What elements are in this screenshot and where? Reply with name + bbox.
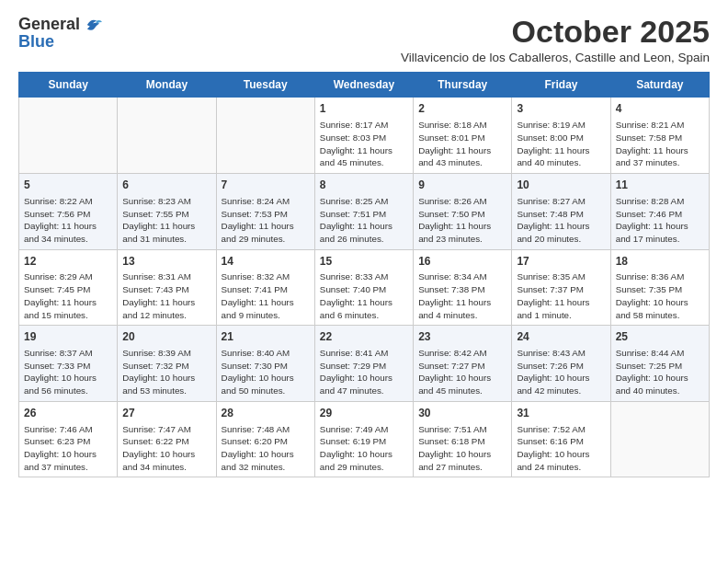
day-info: Sunrise: 8:24 AM Sunset: 7:53 PM Dayligh… (222, 195, 310, 246)
calendar-cell: 14Sunrise: 8:32 AM Sunset: 7:41 PM Dayli… (216, 249, 314, 326)
page: General Blue October 2025 Villavicencio … (0, 0, 728, 492)
day-info: Sunrise: 8:36 AM Sunset: 7:35 PM Dayligh… (616, 270, 704, 321)
calendar-cell: 5Sunrise: 8:22 AM Sunset: 7:56 PM Daylig… (19, 174, 118, 250)
day-number: 9 (418, 178, 506, 193)
day-info: Sunrise: 8:26 AM Sunset: 7:50 PM Dayligh… (418, 195, 506, 246)
day-header-wednesday: Wednesday (314, 73, 413, 98)
day-info: Sunrise: 8:29 AM Sunset: 7:45 PM Dayligh… (24, 270, 112, 321)
day-number: 26 (24, 406, 112, 421)
day-info: Sunrise: 8:33 AM Sunset: 7:40 PM Dayligh… (320, 270, 408, 321)
day-number: 2 (418, 101, 506, 117)
day-info: Sunrise: 7:52 AM Sunset: 6:16 PM Dayligh… (517, 423, 605, 474)
day-number: 20 (122, 329, 210, 345)
calendar-cell: 3Sunrise: 8:19 AM Sunset: 8:00 PM Daylig… (512, 98, 610, 174)
calendar-cell: 16Sunrise: 8:34 AM Sunset: 7:38 PM Dayli… (414, 249, 512, 326)
calendar-cell: 19Sunrise: 8:37 AM Sunset: 7:33 PM Dayli… (19, 326, 118, 402)
day-number: 29 (320, 406, 408, 421)
day-number: 1 (320, 101, 408, 117)
calendar-cell: 29Sunrise: 7:49 AM Sunset: 6:19 PM Dayli… (314, 401, 413, 477)
calendar-cell: 4Sunrise: 8:21 AM Sunset: 7:58 PM Daylig… (610, 98, 709, 174)
day-number: 22 (320, 329, 408, 345)
day-info: Sunrise: 8:35 AM Sunset: 7:37 PM Dayligh… (517, 270, 605, 321)
logo: General Blue (18, 15, 102, 52)
calendar: SundayMondayTuesdayWednesdayThursdayFrid… (18, 72, 710, 477)
day-info: Sunrise: 7:47 AM Sunset: 6:22 PM Dayligh… (122, 423, 210, 474)
day-info: Sunrise: 7:46 AM Sunset: 6:23 PM Dayligh… (24, 423, 112, 474)
calendar-cell (19, 98, 118, 174)
day-info: Sunrise: 8:37 AM Sunset: 7:33 PM Dayligh… (24, 347, 112, 397)
day-info: Sunrise: 8:22 AM Sunset: 7:56 PM Dayligh… (24, 195, 112, 246)
day-header-thursday: Thursday (414, 73, 512, 98)
calendar-cell: 18Sunrise: 8:36 AM Sunset: 7:35 PM Dayli… (610, 249, 709, 326)
calendar-cell: 22Sunrise: 8:41 AM Sunset: 7:29 PM Dayli… (314, 326, 413, 402)
day-number: 4 (616, 101, 704, 117)
day-number: 28 (222, 406, 310, 421)
day-info: Sunrise: 8:17 AM Sunset: 8:03 PM Dayligh… (320, 119, 408, 169)
day-number: 3 (517, 101, 605, 117)
day-header-monday: Monday (118, 73, 216, 98)
calendar-cell: 15Sunrise: 8:33 AM Sunset: 7:40 PM Dayli… (314, 249, 413, 326)
day-info: Sunrise: 8:39 AM Sunset: 7:32 PM Dayligh… (122, 347, 210, 397)
day-number: 8 (320, 178, 408, 193)
day-info: Sunrise: 7:48 AM Sunset: 6:20 PM Dayligh… (222, 423, 310, 474)
day-number: 5 (24, 178, 112, 193)
day-info: Sunrise: 8:19 AM Sunset: 8:00 PM Dayligh… (517, 119, 605, 169)
calendar-cell: 13Sunrise: 8:31 AM Sunset: 7:43 PM Dayli… (118, 249, 216, 326)
day-number: 31 (517, 406, 605, 421)
calendar-cell: 28Sunrise: 7:48 AM Sunset: 6:20 PM Dayli… (216, 401, 314, 477)
calendar-cell: 20Sunrise: 8:39 AM Sunset: 7:32 PM Dayli… (118, 326, 216, 402)
day-info: Sunrise: 8:34 AM Sunset: 7:38 PM Dayligh… (418, 270, 506, 321)
calendar-week-4: 19Sunrise: 8:37 AM Sunset: 7:33 PM Dayli… (19, 326, 710, 402)
calendar-cell: 30Sunrise: 7:51 AM Sunset: 6:18 PM Dayli… (414, 401, 512, 477)
day-header-friday: Friday (512, 73, 610, 98)
day-number: 12 (24, 254, 112, 270)
day-number: 17 (517, 254, 605, 270)
logo-general-text: General (18, 16, 80, 34)
calendar-week-1: 1Sunrise: 8:17 AM Sunset: 8:03 PM Daylig… (19, 98, 710, 174)
title-block: October 2025 Villavicencio de los Caball… (401, 15, 710, 64)
day-info: Sunrise: 8:32 AM Sunset: 7:41 PM Dayligh… (222, 270, 310, 321)
day-number: 23 (418, 329, 506, 345)
day-info: Sunrise: 7:49 AM Sunset: 6:19 PM Dayligh… (320, 423, 408, 474)
day-info: Sunrise: 8:27 AM Sunset: 7:48 PM Dayligh… (517, 195, 605, 246)
day-number: 15 (320, 254, 408, 270)
day-info: Sunrise: 8:42 AM Sunset: 7:27 PM Dayligh… (418, 347, 506, 397)
calendar-cell: 17Sunrise: 8:35 AM Sunset: 7:37 PM Dayli… (512, 249, 610, 326)
day-header-sunday: Sunday (19, 73, 118, 98)
day-info: Sunrise: 8:41 AM Sunset: 7:29 PM Dayligh… (320, 347, 408, 397)
calendar-cell: 1Sunrise: 8:17 AM Sunset: 8:03 PM Daylig… (314, 98, 413, 174)
day-info: Sunrise: 7:51 AM Sunset: 6:18 PM Dayligh… (418, 423, 506, 474)
day-number: 7 (222, 178, 310, 193)
calendar-header-row: SundayMondayTuesdayWednesdayThursdayFrid… (19, 73, 710, 98)
day-number: 25 (616, 329, 704, 345)
day-number: 10 (517, 178, 605, 193)
calendar-week-2: 5Sunrise: 8:22 AM Sunset: 7:56 PM Daylig… (19, 174, 710, 250)
calendar-cell: 21Sunrise: 8:40 AM Sunset: 7:30 PM Dayli… (216, 326, 314, 402)
calendar-cell: 8Sunrise: 8:25 AM Sunset: 7:51 PM Daylig… (314, 174, 413, 250)
calendar-cell: 2Sunrise: 8:18 AM Sunset: 8:01 PM Daylig… (414, 98, 512, 174)
day-number: 21 (222, 329, 310, 345)
day-info: Sunrise: 8:25 AM Sunset: 7:51 PM Dayligh… (320, 195, 408, 246)
day-number: 13 (122, 254, 210, 270)
calendar-cell: 9Sunrise: 8:26 AM Sunset: 7:50 PM Daylig… (414, 174, 512, 250)
calendar-cell: 26Sunrise: 7:46 AM Sunset: 6:23 PM Dayli… (19, 401, 118, 477)
calendar-cell: 7Sunrise: 8:24 AM Sunset: 7:53 PM Daylig… (216, 174, 314, 250)
day-number: 30 (418, 406, 506, 421)
day-number: 16 (418, 254, 506, 270)
calendar-cell (118, 98, 216, 174)
calendar-week-3: 12Sunrise: 8:29 AM Sunset: 7:45 PM Dayli… (19, 249, 710, 326)
calendar-cell: 10Sunrise: 8:27 AM Sunset: 7:48 PM Dayli… (512, 174, 610, 250)
calendar-cell: 23Sunrise: 8:42 AM Sunset: 7:27 PM Dayli… (414, 326, 512, 402)
day-header-tuesday: Tuesday (216, 73, 314, 98)
day-info: Sunrise: 8:44 AM Sunset: 7:25 PM Dayligh… (616, 347, 704, 397)
calendar-cell: 25Sunrise: 8:44 AM Sunset: 7:25 PM Dayli… (610, 326, 709, 402)
day-number: 14 (222, 254, 310, 270)
calendar-cell: 27Sunrise: 7:47 AM Sunset: 6:22 PM Dayli… (118, 401, 216, 477)
day-number: 27 (122, 406, 210, 421)
day-info: Sunrise: 8:18 AM Sunset: 8:01 PM Dayligh… (418, 119, 506, 169)
logo-blue-text: Blue (18, 33, 102, 52)
logo-bird-icon (82, 15, 102, 35)
day-number: 11 (616, 178, 704, 193)
calendar-cell (216, 98, 314, 174)
day-info: Sunrise: 8:31 AM Sunset: 7:43 PM Dayligh… (122, 270, 210, 321)
